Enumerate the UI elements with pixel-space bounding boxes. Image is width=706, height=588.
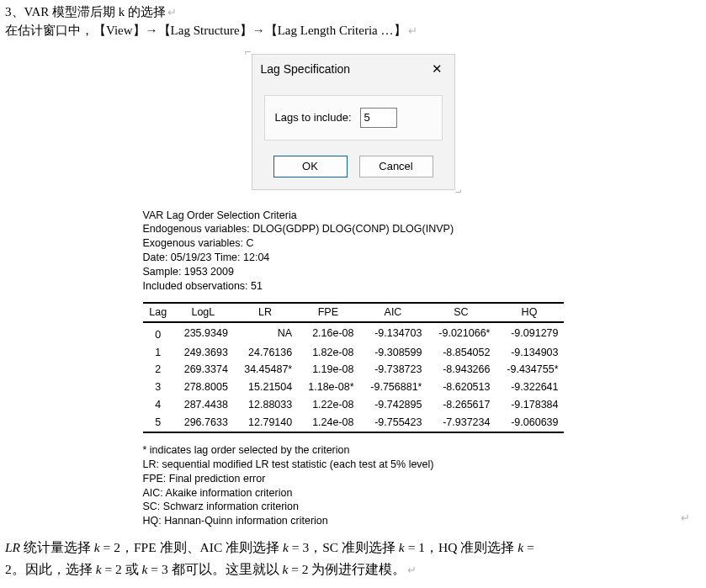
table-row: 3278.800515.215041.18e-08*-9.756881*-8.6… xyxy=(143,379,564,396)
cancel-button[interactable]: Cancel xyxy=(359,156,433,177)
heading-line: 3、VAR 模型滞后期 k 的选择↵ xyxy=(5,3,701,22)
table-cell: -9.091279 xyxy=(495,322,563,344)
anchor-icon: ⌐ xyxy=(245,45,252,58)
lag-specification-dialog: Lag Specification ✕ Lags to include: OK … xyxy=(252,54,455,190)
table-cell: -9.738723 xyxy=(359,361,427,379)
output-header-1: VAR Lag Order Selection Criteria xyxy=(143,209,564,223)
heading-text: 3、VAR 模型滞后期 k 的选择 xyxy=(5,5,166,19)
lags-label: Lags to include: xyxy=(275,111,352,124)
col-lag: Lag xyxy=(143,303,173,322)
table-cell: -9.308599 xyxy=(359,344,427,362)
table-row: 2269.337434.45487*1.19e-08-9.738723-8.94… xyxy=(143,361,564,379)
dialog-container: ↵ ⌐ Lag Specification ✕ Lags to include:… xyxy=(5,54,701,190)
note-fpe: FPE: Final prediction error xyxy=(143,472,564,486)
output-header-5: Sample: 1953 2009 xyxy=(143,265,564,279)
table-header-row: Lag LogL LR FPE AIC SC HQ xyxy=(143,303,564,322)
return-icon: ↵ xyxy=(681,511,690,526)
table-cell: -8.854052 xyxy=(427,344,495,362)
output-header-2: Endogenous variables: DLOG(GDPP) DLOG(CO… xyxy=(143,222,564,236)
table-row: 5296.763312.791401.24e-08-9.755423-7.937… xyxy=(143,414,564,432)
col-aic: AIC xyxy=(359,303,427,322)
table-cell: -8.943266 xyxy=(427,361,495,379)
table-cell: -9.134703 xyxy=(359,322,427,344)
instruction-text: 在估计窗口中，【View】→【Lag Structure】→【Lag Lengt… xyxy=(5,24,406,37)
output-header-6: Included observations: 51 xyxy=(143,279,564,294)
table-cell: 5 xyxy=(143,414,173,432)
note-lr: LR: sequential modified LR test statisti… xyxy=(143,458,564,472)
table-cell: -9.178384 xyxy=(495,396,563,414)
table-cell: 12.88033 xyxy=(233,396,297,414)
note-aic: AIC: Akaike information criterion xyxy=(143,486,564,501)
table-cell: -9.322641 xyxy=(495,379,563,396)
return-icon: ↵ xyxy=(166,6,177,19)
table-cell: 4 xyxy=(143,396,173,414)
return-icon: ↵ xyxy=(406,24,417,37)
return-icon: ↵ xyxy=(406,564,417,576)
table-cell: -9.742895 xyxy=(359,396,427,414)
table-row: 4287.443812.880331.22e-08-9.742895-8.265… xyxy=(143,396,564,414)
table-row: 0235.9349NA2.16e-08-9.134703-9.021066*-9… xyxy=(143,322,564,344)
table-cell: 1 xyxy=(143,344,173,362)
criteria-table: Lag LogL LR FPE AIC SC HQ 0235.9349NA2.1… xyxy=(143,302,564,433)
table-row: 1249.369324.761361.82e-08-9.308599-8.854… xyxy=(143,344,564,362)
table-cell: -9.434755* xyxy=(495,361,563,379)
table-cell: -8.265617 xyxy=(427,396,495,414)
table-cell: 296.7633 xyxy=(173,414,233,432)
dialog-titlebar: Lag Specification ✕ xyxy=(252,55,454,83)
close-icon[interactable]: ✕ xyxy=(427,60,448,78)
criteria-notes: * indicates lag order selected by the cr… xyxy=(143,443,564,528)
dialog-buttons: OK Cancel xyxy=(252,142,454,189)
table-cell: -7.937234 xyxy=(427,414,495,432)
conclusion-line-2: 2。因此，选择 k = 2 或 k = 3 都可以。这里就以 k = 2 为例进… xyxy=(5,559,701,580)
table-cell: 1.24e-08 xyxy=(297,414,358,432)
note-hq: HQ: Hannan-Quinn information criterion xyxy=(143,514,564,528)
output-header-4: Date: 05/19/23 Time: 12:04 xyxy=(143,251,564,265)
table-cell: -9.756881* xyxy=(359,379,427,396)
table-cell: 278.8005 xyxy=(173,379,233,396)
table-cell: 2.16e-08 xyxy=(297,322,358,344)
criteria-output: VAR Lag Order Selection Criteria Endogen… xyxy=(143,209,564,529)
table-body: 0235.9349NA2.16e-08-9.134703-9.021066*-9… xyxy=(143,322,564,432)
table-cell: 34.45487* xyxy=(233,361,297,379)
dialog-title: Lag Specification xyxy=(261,62,351,76)
table-cell: 287.4438 xyxy=(173,396,233,414)
instruction-line: 在估计窗口中，【View】→【Lag Structure】→【Lag Lengt… xyxy=(5,22,701,40)
table-cell: 24.76136 xyxy=(233,344,297,362)
table-cell: 249.3693 xyxy=(173,344,233,362)
table-cell: 12.79140 xyxy=(233,414,297,432)
table-cell: 0 xyxy=(143,322,173,344)
note-star: * indicates lag order selected by the cr… xyxy=(143,443,564,458)
anchor-icon: ⌐ xyxy=(455,186,462,199)
lags-field-group: Lags to include: xyxy=(264,95,443,140)
table-cell: 15.21504 xyxy=(233,379,297,396)
table-cell: 1.19e-08 xyxy=(297,361,358,379)
lr-label: LR xyxy=(5,540,20,554)
col-sc: SC xyxy=(427,303,495,322)
col-lr: LR xyxy=(233,303,297,322)
table-cell: 1.22e-08 xyxy=(297,396,358,414)
table-cell: 1.18e-08* xyxy=(297,379,358,396)
dialog-body: Lags to include: xyxy=(252,83,454,142)
table-cell: 235.9349 xyxy=(173,322,233,344)
col-fpe: FPE xyxy=(297,303,358,322)
table-cell: 3 xyxy=(143,379,173,396)
table-cell: -9.060639 xyxy=(495,414,563,432)
conclusion-line-1: LR 统计量选择 k = 2，FPE 准则、AIC 准则选择 k = 3，SC … xyxy=(5,537,701,559)
table-cell: -9.021066* xyxy=(427,322,495,344)
table-cell: 1.82e-08 xyxy=(297,344,358,362)
table-cell: 269.3374 xyxy=(173,361,233,379)
note-sc: SC: Schwarz information criterion xyxy=(143,500,564,514)
lags-input[interactable] xyxy=(360,108,397,128)
table-cell: NA xyxy=(233,322,297,344)
ok-button[interactable]: OK xyxy=(273,156,348,177)
output-header-3: Exogenous variables: C xyxy=(143,236,564,251)
table-cell: -9.134903 xyxy=(495,344,563,362)
table-cell: -9.755423 xyxy=(359,414,427,432)
table-cell: -8.620513 xyxy=(427,379,495,396)
table-cell: 2 xyxy=(143,361,173,379)
col-logl: LogL xyxy=(173,303,233,322)
col-hq: HQ xyxy=(495,303,563,322)
